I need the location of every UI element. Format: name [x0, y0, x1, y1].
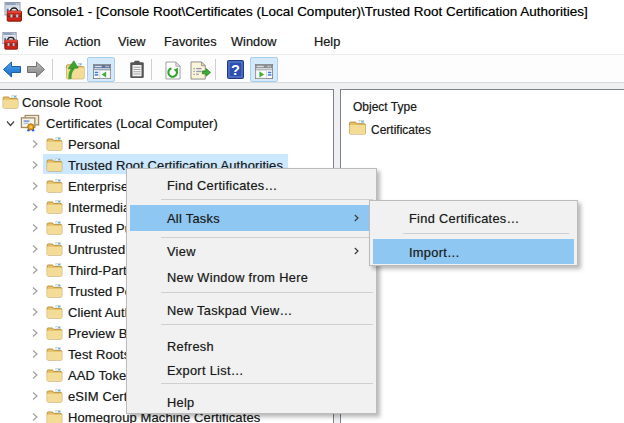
svg-text:?: ? [231, 62, 240, 78]
